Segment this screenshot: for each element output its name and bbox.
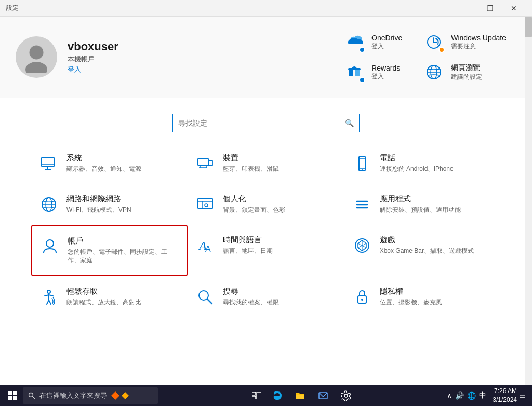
svg-point-45 [29,393,33,397]
svg-point-21 [362,169,363,170]
accounts-title: 帳戶 [68,236,178,246]
network-icon [39,195,58,214]
settings-item-search[interactable]: 搜尋 尋找我的權案、權限 [188,276,344,317]
rewards-subtitle: 登入 [371,72,400,81]
phone-subtitle: 連接您的 Android、iPhone [380,165,454,173]
browser-title: 網頁瀏覽 [451,63,482,73]
time-subtitle: 語言、地區、日期 [223,247,273,255]
settings-item-devices[interactable]: 裝置 藍芽、印表機、滑鼠 [188,143,344,184]
time-title: 時間與語言 [223,235,273,245]
profile-login-link[interactable]: 登入 [68,65,323,74]
devices-subtitle: 藍芽、印表機、滑鼠 [223,165,279,173]
personalization-subtitle: 背景、鎖定畫面、色彩 [223,206,285,214]
onedrive-subtitle: 登入 [371,42,402,51]
language-indicator[interactable]: 中 [479,391,486,400]
accounts-icon [41,237,59,256]
svg-rect-47 [252,392,256,395]
network-subtitle: Wi-Fi、飛航模式、VPN [66,206,131,214]
personalization-title: 個人化 [223,194,285,204]
apps-icon [353,195,371,214]
file-explorer-button[interactable] [289,385,312,406]
volume-icon[interactable]: 🔊 [455,391,464,400]
gaming-subtitle: Xbox Game Bar、擷取、遊戲模式 [380,247,474,255]
taskbar-search-icon [28,392,35,399]
windows-update-tile[interactable]: Windows Update 需要注意 [413,27,516,57]
profile-username: vboxuser [68,40,323,53]
time-text: 時間與語言 語言、地區、日期 [223,235,273,255]
app-title: 設定 [6,4,19,12]
settings-item-system[interactable]: 系統 顯示器、音效、通知、電源 [31,143,188,184]
settings-item-network[interactable]: 網路和網際網路 Wi-Fi、飛航模式、VPN [31,184,188,225]
search-section: 🔍 [0,98,532,143]
search-settings-text: 搜尋 尋找我的權案、權限 [223,287,279,307]
network-title: 網路和網際網路 [66,194,131,204]
system-title: 系統 [66,153,141,163]
settings-grid: 系統 顯示器、音效、通知、電源 裝置 藍芽、印表機、滑鼠 [0,143,532,328]
settings-item-privacy[interactable]: 隱私權 位置、攝影機、麥克風 [344,276,501,317]
apps-subtitle: 解除安裝、預設值、選用功能 [380,206,461,214]
taskbar-clock[interactable]: 7:26 AM 3/1/2024 [493,387,517,404]
accessibility-title: 輕鬆存取 [66,287,141,296]
accessibility-subtitle: 朗讀程式、放大鏡、高對比 [66,298,141,307]
mail-icon [318,390,328,401]
svg-point-32 [46,240,54,247]
browser-tile[interactable]: 網頁瀏覽 建議的設定 [413,57,516,87]
settings-item-time[interactable]: A A 時間與語言 語言、地區、日期 [188,225,344,277]
gaming-icon [353,236,371,255]
taskbar-apps [247,385,357,406]
settings-item-apps[interactable]: 應用程式 解除安裝、預設值、選用功能 [344,184,501,225]
gaming-title: 遊戲 [380,235,474,245]
scrollbar-track [525,17,532,385]
gaming-text: 遊戲 Xbox Game Bar、擷取、遊戲模式 [380,235,474,255]
maximize-button[interactable]: ❐ [478,0,502,17]
tray-caret-icon[interactable]: ∧ [447,391,452,400]
search-box[interactable]: 🔍 [172,114,360,132]
task-view-button[interactable] [247,385,266,406]
onedrive-tile[interactable]: OneDrive 登入 [333,27,413,57]
windows-update-title: Windows Update [451,34,506,42]
edge-browser-button[interactable] [266,385,289,406]
settings-item-gaming[interactable]: 遊戲 Xbox Game Bar、擷取、遊戲模式 [344,225,501,277]
taskbar-search-box[interactable]: 在這裡輸入文字來搜尋 [23,387,158,404]
scrollbar-thumb[interactable] [525,17,532,37]
devices-title: 裝置 [223,153,279,163]
rewards-text: Rewards 登入 [371,64,400,81]
clock-time: 7:26 AM [493,387,517,396]
windows-update-subtitle: 需要注意 [451,42,506,51]
phone-title: 電話 [380,153,454,163]
settings-item-phone[interactable]: 電話 連接您的 Android、iPhone [344,143,501,184]
user-icon [21,42,52,73]
svg-rect-2 [348,68,361,70]
search-icon: 🔍 [345,119,354,127]
accounts-text: 帳戶 您的帳戶、電子郵件、同步設定、工作、家庭 [68,236,178,265]
phone-text: 電話 連接您的 Android、iPhone [380,153,454,173]
start-button[interactable] [2,385,23,406]
accounts-subtitle: 您的帳戶、電子郵件、同步設定、工作、家庭 [68,248,178,265]
file-explorer-icon [295,390,305,401]
browser-subtitle: 建議的設定 [451,73,482,82]
close-button[interactable]: ✕ [502,0,526,17]
network-tray-icon[interactable]: 🌐 [467,391,476,400]
svg-rect-44 [13,396,17,400]
profile-info: vboxuser 本機帳戶 登入 [68,40,323,74]
settings-app-button[interactable] [335,385,357,406]
settings-item-personalization[interactable]: 個人化 背景、鎖定畫面、色彩 [188,184,344,225]
search-settings-title: 搜尋 [223,287,279,296]
mail-button[interactable] [312,385,335,406]
system-icon [39,154,58,173]
avatar [16,36,57,78]
settings-item-accessibility[interactable]: 輕鬆存取 朗讀程式、放大鏡、高對比 [31,276,188,317]
personalization-icon [196,195,215,214]
settings-item-accounts[interactable]: 帳戶 您的帳戶、電子郵件、同步設定、工作、家庭 [31,225,188,277]
svg-point-51 [344,394,348,397]
phone-icon [353,154,371,173]
rewards-tile[interactable]: Rewards 登入 [333,57,413,87]
minimize-button[interactable]: — [454,0,478,17]
svg-rect-9 [42,157,54,167]
rewards-icon [343,61,365,83]
search-settings-subtitle: 尋找我的權案、權限 [223,298,279,307]
search-input[interactable] [178,119,345,127]
onedrive-status-dot [359,47,365,53]
privacy-subtitle: 位置、攝影機、麥克風 [380,298,442,307]
show-desktop-button[interactable]: ▭ [519,391,526,400]
